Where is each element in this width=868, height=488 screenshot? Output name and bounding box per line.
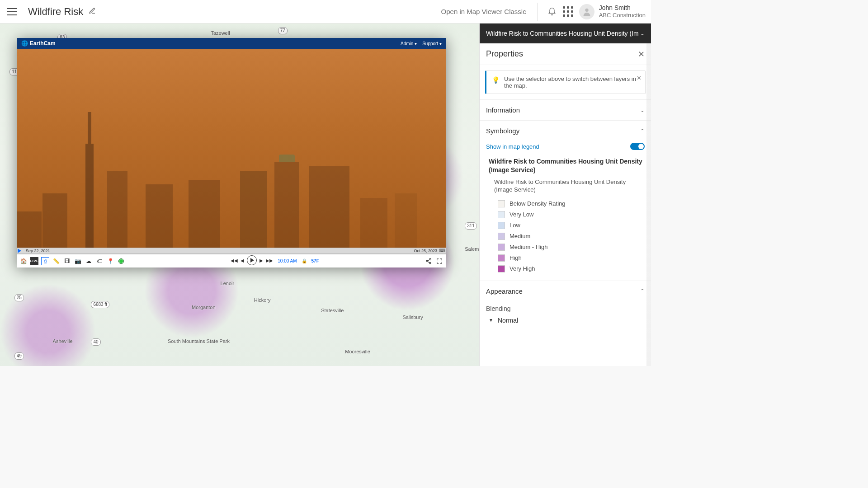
symbology-body: Show in map legend Wildfire Risk to Comm… <box>480 141 651 281</box>
earthcam-brand: EarthCam <box>30 40 56 47</box>
triangle-down-icon: ▼ <box>489 318 493 323</box>
section-information[interactable]: Information ⌄ <box>480 99 651 120</box>
timeline-keyboard-icon[interactable]: ⌨ <box>439 248 445 253</box>
ec-next-icon[interactable]: ▶ <box>259 258 263 263</box>
ec-fullscreen-icon[interactable] <box>435 257 443 265</box>
legend-item: Low <box>486 220 645 231</box>
earthcam-admin-menu[interactable]: Admin ▾ <box>401 41 417 46</box>
ec-live-badge[interactable]: LIVE <box>30 257 38 265</box>
ec-clip-icon[interactable]: ⎙ <box>41 257 49 265</box>
app-switcher-icon[interactable] <box>560 4 576 20</box>
open-classic-link[interactable]: Open in Map Viewer Classic <box>441 8 526 15</box>
map-city-label: South Mountains State Park <box>168 338 230 344</box>
ec-snapshot-icon[interactable]: 📷 <box>74 257 82 265</box>
svg-point-3 <box>429 262 431 264</box>
blending-value: Normal <box>498 317 518 324</box>
ec-home-icon[interactable]: 🏠 <box>19 257 28 265</box>
properties-panel: Wildfire Risk to Communities Housing Uni… <box>479 23 651 366</box>
map-route-shield: 25 <box>14 294 24 301</box>
map-route-shield: 40 <box>91 338 100 346</box>
panel-header: Properties ✕ <box>480 43 651 65</box>
user-avatar[interactable] <box>579 4 594 19</box>
show-in-legend-toggle[interactable] <box>630 143 645 150</box>
hint-message: 💡 Use the selector above to switch betwe… <box>485 70 646 94</box>
user-name: John Smith <box>599 4 646 12</box>
blending-select[interactable]: ▼ Normal <box>486 314 645 324</box>
legend-label: Very Low <box>509 211 533 218</box>
map-city-label: Mooresville <box>345 349 370 354</box>
legend-label: Below Density Rating <box>509 200 566 207</box>
layer-selector-dropdown[interactable]: Wildfire Risk to Communities Housing Uni… <box>480 23 651 43</box>
blending-label: Blending <box>486 301 645 314</box>
ec-timelapse-icon[interactable]: 🎞 <box>63 257 71 265</box>
timeline-end-date: Oct 25, 2023 <box>414 249 437 253</box>
ec-prev-icon[interactable]: ◀ <box>241 258 244 263</box>
legend-swatch <box>498 233 505 240</box>
svg-point-1 <box>429 258 431 260</box>
earthcam-header: 🌐 EarthCam Admin ▾ Support ▾ <box>17 38 446 49</box>
ec-current-time: 10:00 AM <box>278 258 297 263</box>
map-city-label: Asheville <box>53 338 73 344</box>
legend-swatch <box>498 222 505 229</box>
symbology-layer-title: Wildfire Risk to Communities Housing Uni… <box>486 155 645 177</box>
ec-share-icon[interactable] <box>425 257 433 265</box>
user-block: John Smith ABC Construction <box>599 4 646 19</box>
earthcam-live-image[interactable] <box>17 49 446 248</box>
map-city-label: Salem <box>465 246 479 252</box>
legend-item: Below Density Rating <box>486 198 645 209</box>
legend-item: Medium - High <box>486 242 645 253</box>
timeline-play-icon[interactable] <box>18 249 21 253</box>
map-city-label: Morganton <box>192 305 216 310</box>
section-appearance[interactable]: Appearance ⌃ <box>480 281 651 301</box>
legend-item: Very High <box>486 263 645 274</box>
panel-close-icon[interactable]: ✕ <box>638 49 645 59</box>
legend-swatch <box>498 211 505 218</box>
map-route-shield: 311 <box>465 222 477 230</box>
map-route-shield: 77 <box>278 27 288 34</box>
earthcam-logo-icon: 🌐 <box>21 40 28 47</box>
earthcam-timeline[interactable]: Sep 22, 2021 Oct 25, 2023 ⌨ <box>17 248 446 254</box>
ec-temperature: 57F <box>311 258 319 263</box>
map-city-label: Salisbury <box>402 314 423 320</box>
properties-title: Properties <box>486 49 523 59</box>
menu-hamburger-icon[interactable] <box>5 5 18 18</box>
information-title: Information <box>486 106 520 114</box>
ec-play-button[interactable] <box>247 255 257 265</box>
show-in-legend-label: Show in map legend <box>486 143 539 150</box>
map-route-shield: 6683 ft <box>91 301 109 308</box>
ec-weather-icon[interactable]: ☁ <box>85 257 93 265</box>
legend-label: Low <box>509 222 520 229</box>
edit-title-icon[interactable] <box>89 7 96 16</box>
map-canvas[interactable]: TazewellLenoirHickoryAshevilleMorgantonM… <box>0 23 479 366</box>
top-bar: Wildfire Risk Open in Map Viewer Classic… <box>0 0 651 23</box>
section-symbology[interactable]: Symbology ⌃ <box>480 120 651 141</box>
legend-item: High <box>486 253 645 263</box>
legend-item: Very Low <box>486 209 645 220</box>
symbology-title: Symbology <box>486 127 519 135</box>
ec-status-dot[interactable] <box>117 257 125 265</box>
chevron-down-icon: ⌄ <box>640 107 645 113</box>
map-city-label: Statesville <box>321 308 344 313</box>
hint-text: Use the selector above to switch between… <box>504 75 640 89</box>
earthcam-toolbar: 🏠 LIVE ⎙ 📏 🎞 📷 ☁ 🏷 📍 Oct 25, 2023 ◀◀ ◀ <box>17 254 446 267</box>
notifications-icon[interactable] <box>544 4 560 20</box>
legend-swatch <box>498 265 505 272</box>
ec-tag-icon[interactable]: 🏷 <box>95 257 104 265</box>
ec-pin-icon[interactable]: 📍 <box>106 257 114 265</box>
legend-swatch <box>498 200 505 207</box>
map-city-label: Hickory <box>254 297 271 303</box>
legend-label: High <box>509 254 522 261</box>
hint-close-icon[interactable]: ✕ <box>637 75 642 81</box>
ec-next-fast-icon[interactable]: ▶▶ <box>266 258 273 263</box>
legend-label: Very High <box>509 265 535 272</box>
show-in-legend-row: Show in map legend <box>486 141 645 155</box>
legend-item: Medium <box>486 231 645 242</box>
ec-prev-fast-icon[interactable]: ◀◀ <box>231 258 238 263</box>
legend-label: Medium <box>509 233 530 239</box>
earthcam-widget: 🌐 EarthCam Admin ▾ Support ▾ Sep 22, 202… <box>17 38 446 267</box>
legend-label: Medium - High <box>509 244 548 250</box>
main-area: TazewellLenoirHickoryAshevilleMorgantonM… <box>0 23 651 366</box>
ec-ruler-icon[interactable]: 📏 <box>52 257 60 265</box>
app-title: Wildfire Risk <box>28 6 83 18</box>
earthcam-support-menu[interactable]: Support ▾ <box>422 41 442 46</box>
